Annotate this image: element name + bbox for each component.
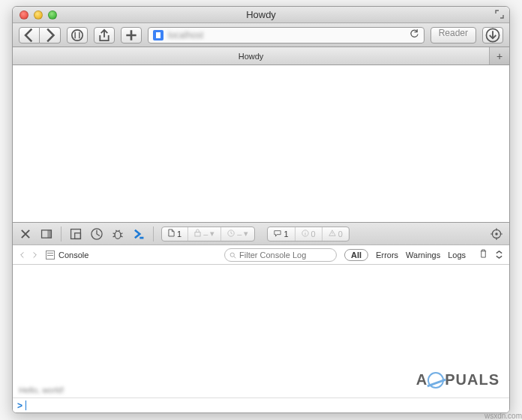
clear-console-icon[interactable]: [479, 248, 488, 262]
url-text: localhost: [168, 30, 405, 40]
inspect-element-icon[interactable]: [490, 227, 503, 241]
time-pill[interactable]: – ▾: [221, 227, 254, 241]
tab-howdy[interactable]: Howdy: [13, 47, 490, 64]
fullscreen-icon[interactable]: [494, 9, 505, 20]
share-button[interactable]: [94, 27, 115, 44]
messages-pill[interactable]: 1: [268, 227, 295, 241]
dock-side-icon[interactable]: [40, 227, 53, 241]
browser-window: Howdy localhost Reader Howdy +: [12, 6, 510, 413]
browser-toolbar: localhost Reader: [13, 23, 509, 47]
page-content: [13, 65, 509, 222]
tab-bar: Howdy +: [13, 47, 509, 65]
console-filters: All Errors Warnings Logs: [344, 249, 466, 261]
resources-count: 1: [177, 230, 182, 238]
warnings-pill[interactable]: 0: [322, 227, 349, 241]
caret: [26, 400, 26, 410]
favicon-icon: [153, 30, 164, 40]
zoom-window-button[interactable]: [48, 10, 57, 20]
svg-rect-8: [195, 232, 200, 236]
search-icon: [230, 248, 236, 262]
close-window-button[interactable]: [20, 10, 28, 20]
svg-point-7: [115, 231, 121, 238]
debugger-tab-icon[interactable]: [111, 227, 124, 241]
source-attribution: wsxdn.com: [484, 412, 522, 420]
separator: [153, 226, 154, 242]
timeline-tab-icon[interactable]: [90, 227, 104, 241]
document-icon: [168, 229, 175, 238]
traffic-lights: [20, 10, 57, 20]
separator: [61, 226, 62, 242]
size-pill[interactable]: – ▾: [188, 227, 221, 241]
back-button[interactable]: [19, 27, 40, 44]
add-button[interactable]: [121, 27, 142, 44]
svg-rect-3: [47, 230, 51, 237]
chevron-down-icon: ▾: [244, 229, 248, 238]
watermark-logo-icon: [428, 372, 444, 388]
console-back-icon[interactable]: [19, 248, 26, 262]
console-search[interactable]: [224, 248, 337, 262]
filter-errors[interactable]: Errors: [376, 250, 398, 260]
console-actions: [479, 248, 503, 262]
time-dash: –: [237, 230, 242, 238]
info-icon: [302, 230, 309, 238]
console-prompt[interactable]: >: [13, 398, 509, 412]
svg-point-0: [72, 29, 82, 40]
downloads-button[interactable]: [482, 27, 503, 44]
reload-icon[interactable]: [410, 28, 419, 42]
address-bar[interactable]: localhost: [148, 27, 424, 44]
prompt-indicator-icon: >: [17, 400, 22, 411]
comment-icon: [274, 230, 281, 238]
tab-label: Howdy: [238, 52, 264, 61]
lock-icon: [194, 229, 201, 238]
svg-rect-5: [75, 232, 81, 238]
filter-logs[interactable]: Logs: [448, 250, 466, 260]
filter-all[interactable]: All: [344, 249, 368, 261]
breadcrumb-label: Console: [58, 250, 88, 260]
window-title: Howdy: [13, 9, 509, 20]
clock-icon: [227, 230, 235, 238]
devtools-subbar: Console All Errors Warnings Logs: [13, 245, 509, 265]
console-output: Hello, world! >: [13, 265, 509, 412]
console-tab-icon[interactable]: [132, 227, 146, 241]
svg-point-13: [230, 253, 234, 256]
info-pill[interactable]: 0: [296, 227, 322, 241]
filter-warnings[interactable]: Warnings: [406, 250, 440, 260]
bookmarks-button[interactable]: [67, 27, 88, 44]
console-line: Hello, world!: [19, 386, 64, 394]
titlebar: Howdy: [13, 7, 509, 23]
devtools-toolbar: 1 – ▾ – ▾ 1: [13, 223, 509, 245]
reader-button[interactable]: Reader: [430, 27, 476, 44]
console-search-input[interactable]: [239, 250, 332, 260]
svg-rect-4: [71, 229, 81, 238]
messages-count: 1: [284, 230, 288, 238]
minimize-window-button[interactable]: [34, 10, 43, 20]
breadcrumb[interactable]: Console: [46, 250, 88, 260]
svg-point-12: [495, 232, 497, 235]
chevron-down-icon: ▾: [210, 229, 214, 238]
watermark: A PUALS: [416, 371, 500, 388]
nav-segment: [19, 27, 61, 44]
close-devtools-icon[interactable]: [19, 227, 32, 241]
warnings-count: 0: [338, 230, 343, 238]
info-pills: 1 – ▾ – ▾: [161, 226, 255, 242]
new-tab-button[interactable]: +: [490, 47, 509, 64]
resources-tab-icon[interactable]: [69, 227, 82, 241]
message-pills: 1 0 0: [267, 226, 349, 242]
info-count: 0: [311, 230, 316, 238]
warning-icon: [328, 230, 336, 238]
size-dash: –: [203, 230, 208, 238]
console-nav: [19, 248, 38, 262]
forward-button[interactable]: [40, 27, 61, 44]
expand-console-icon[interactable]: [495, 248, 503, 262]
console-forward-icon[interactable]: [32, 248, 38, 262]
console-icon: [46, 250, 55, 260]
resources-pill[interactable]: 1: [162, 227, 188, 241]
